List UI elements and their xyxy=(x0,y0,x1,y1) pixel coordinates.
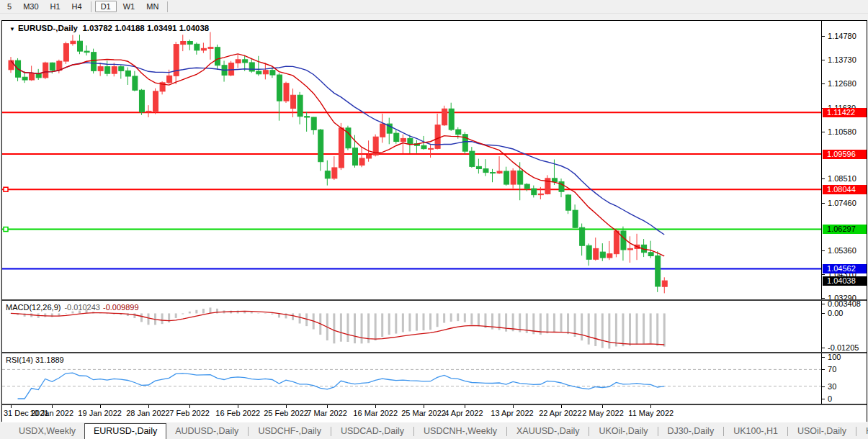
date-label: 16 Feb 2022 xyxy=(215,409,260,417)
tab-divider xyxy=(723,427,724,436)
candle-body xyxy=(119,67,124,71)
timeframe-button-h1[interactable]: H1 xyxy=(45,1,66,12)
candle-body xyxy=(98,67,103,71)
timeframe-button-h4[interactable]: H4 xyxy=(67,1,87,12)
macd-bar xyxy=(209,307,211,313)
candle-body xyxy=(284,83,289,101)
macd-bar xyxy=(450,313,452,321)
tab-eurusd-daily[interactable]: EURUSD-,Daily xyxy=(84,423,166,439)
candle-body xyxy=(9,60,14,70)
rsi-name: RSI(14) xyxy=(6,356,33,364)
candle-body xyxy=(229,63,234,76)
tab-divider xyxy=(248,427,249,436)
timeframe-button-w1[interactable]: W1 xyxy=(118,1,140,12)
tab-xauusd-daily[interactable]: XAUUSD-,Daily xyxy=(508,424,589,439)
macd-bar xyxy=(271,313,273,314)
candle-body xyxy=(270,71,275,75)
price-tick-mark xyxy=(822,83,825,84)
date-tick-mark xyxy=(375,405,376,408)
tab-ukoil-daily[interactable]: UKOil-,Daily xyxy=(590,424,656,439)
price-tick-mark xyxy=(822,203,825,204)
candle-body xyxy=(71,41,76,43)
date-label: 7 Mar 2022 xyxy=(307,409,347,417)
price-line-tag: 1.09596 xyxy=(823,150,867,159)
rsi-tick-mark xyxy=(822,399,825,399)
tab-usoil-daily[interactable]: USOil-,Daily xyxy=(789,424,855,439)
tab-divider xyxy=(787,427,788,436)
candle-body xyxy=(277,75,282,101)
candle-body xyxy=(511,171,516,184)
date-label: 13 Apr 2022 xyxy=(491,409,533,417)
tab-usdcnh-weekly[interactable]: USDCNH-,Weekly xyxy=(415,424,506,439)
tab-hk50-h1[interactable]: HK50-,H1 xyxy=(857,424,868,439)
date-label: 2 May 2022 xyxy=(582,409,623,417)
rsi-axis[interactable]: 10070300 xyxy=(821,353,867,404)
timeframe-button-d1[interactable]: D1 xyxy=(95,1,117,12)
candle-body xyxy=(594,248,599,259)
macd-axis[interactable]: 0.0034080.00-0.01205 xyxy=(821,301,867,352)
rsi-pane[interactable]: RSI(14) 31.1889 xyxy=(2,353,821,404)
date-axis[interactable]: 31 Dec 202110 Jan 202219 Jan 202228 Jan … xyxy=(2,405,867,422)
macd-bar xyxy=(636,313,638,344)
candle-body xyxy=(656,256,661,286)
candle-body xyxy=(146,111,151,112)
rsi-value: 31.1889 xyxy=(35,356,64,364)
candle-body xyxy=(181,42,186,45)
macd-tick-mark xyxy=(822,304,825,304)
tab-divider xyxy=(413,427,414,436)
macd-bar xyxy=(416,313,418,330)
tab-usdx-weekly[interactable]: USDX,Weekly xyxy=(10,424,84,439)
tab-uk100-h1[interactable]: UK100-,H1 xyxy=(725,424,787,439)
timeframe-toolbar: 5M30H1H4D1W1MN xyxy=(0,0,868,14)
date-label: 19 Jan 2022 xyxy=(78,409,122,417)
candle-body xyxy=(421,145,426,148)
toolbar-separator xyxy=(91,1,91,12)
price-tick-label: 1.07460 xyxy=(828,199,856,207)
candle-body xyxy=(43,63,48,78)
macd-bar xyxy=(257,313,259,314)
date-tick-mark xyxy=(52,405,53,408)
line-handle[interactable] xyxy=(4,187,8,191)
candle-body xyxy=(497,171,502,173)
tab-usdchf-daily[interactable]: USDCHF-,Daily xyxy=(249,424,330,439)
price-tick-mark xyxy=(822,60,825,60)
date-tick-mark xyxy=(602,405,603,408)
timeframe-button-mn[interactable]: MN xyxy=(141,1,164,12)
date-label: 25 Mar 2022 xyxy=(401,409,446,417)
candle-body xyxy=(476,166,481,168)
date-label: 25 Feb 2022 xyxy=(264,409,308,417)
candle-body xyxy=(339,128,344,168)
price-tick-label: 1.03290 xyxy=(828,294,856,299)
macd-value-main: -0.010243 xyxy=(64,303,100,312)
date-tick-mark xyxy=(650,405,651,408)
rsi-tick-label: 30 xyxy=(828,383,836,391)
candle-body xyxy=(167,76,172,83)
candle-body xyxy=(215,47,220,65)
tab-dj30-daily[interactable]: DJ30-,Daily xyxy=(659,424,723,439)
price-line-tag: 1.04562 xyxy=(823,264,867,273)
macd-pane[interactable]: MACD(12,26,9)-0.010243-0.009899 xyxy=(2,301,821,352)
candle-body xyxy=(442,109,447,125)
macd-bar xyxy=(44,313,46,317)
line-handle[interactable] xyxy=(4,227,8,232)
candle-body xyxy=(552,178,557,182)
macd-bar xyxy=(594,313,596,346)
symbol-dropdown-icon[interactable]: ▼ xyxy=(9,26,15,32)
date-label: 11 May 2022 xyxy=(628,409,674,417)
macd-bar xyxy=(361,313,363,343)
candle-body xyxy=(662,281,667,286)
timeframe-button-5[interactable]: 5 xyxy=(2,1,17,12)
macd-bar xyxy=(175,313,177,317)
price-chart-pane[interactable]: ▼EURUSD-,Daily 1.03782 1.04188 1.03491 1… xyxy=(2,21,821,299)
macd-bar xyxy=(656,313,658,345)
tab-usdcad-daily[interactable]: USDCAD-,Daily xyxy=(332,424,413,439)
tab-audusd-daily[interactable]: AUDUSD-,Daily xyxy=(166,424,247,439)
candle-body xyxy=(648,253,653,256)
price-axis[interactable]: 1.147801.137301.126801.116301.105801.085… xyxy=(821,21,867,299)
rsi-tick-label: 100 xyxy=(828,353,841,361)
price-tick-mark xyxy=(822,250,825,251)
candle-body xyxy=(318,130,323,161)
macd-bar xyxy=(615,313,617,346)
candle-body xyxy=(249,63,254,71)
timeframe-button-m30[interactable]: M30 xyxy=(18,1,43,12)
